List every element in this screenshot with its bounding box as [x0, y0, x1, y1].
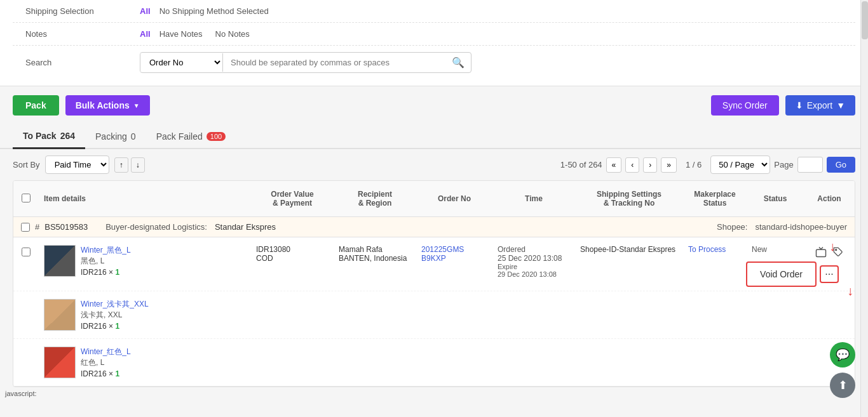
empty-r3-5	[492, 344, 575, 349]
empty-r3-8	[747, 344, 804, 349]
empty-r3-2	[251, 344, 334, 349]
scrollbar[interactable]	[860, 0, 868, 417]
time-ordered-label: Ordered	[498, 245, 570, 254]
order-no-link[interactable]: 201225GMS B9KXP	[421, 245, 464, 263]
group-prefix: #	[35, 222, 39, 232]
search-row: Search Order No 🔍	[13, 46, 855, 79]
filter-section: Shipping Selection All No Shipping Metho…	[0, 0, 868, 86]
th-marketplace: MakerplaceStatus	[683, 187, 747, 210]
empty-r3-6	[575, 344, 683, 349]
tab-to-pack-label: To Pack	[23, 131, 57, 141]
empty-8	[747, 296, 804, 301]
product-info-3: Winter_红色_L 红色, L IDR216 × 1	[81, 347, 131, 378]
table-header: Item details Order Value& Payment Recipi…	[13, 181, 855, 217]
th-order-value: Order Value& Payment	[251, 187, 334, 210]
product-name-3[interactable]: Winter_红色_L	[81, 347, 131, 357]
shipping-cell: Shopee-ID-Standar Ekspres	[575, 242, 683, 256]
tab-to-pack[interactable]: To Pack 264	[13, 124, 85, 149]
product-variant-2: 浅卡其, XXL	[81, 310, 149, 321]
order-rows: Winter_黑色_L 黑色, L IDR216 × 1 IDR13080 CO…	[13, 237, 855, 387]
have-notes-option[interactable]: Have Notes	[156, 28, 207, 40]
product-price-qty-3: IDR216 × 1	[81, 369, 131, 378]
shipping-no-method-option[interactable]: No Shipping Method Selected	[156, 5, 273, 17]
product-cell-1: Winter_黑色_L 黑色, L IDR216 × 1	[39, 242, 251, 279]
tab-pack-failed-badge: 100	[207, 132, 226, 141]
order-value-cell: IDR13080 COD	[251, 242, 334, 265]
empty-4	[416, 296, 492, 301]
sort-desc-button[interactable]: ↓	[131, 157, 145, 173]
table-row: Winter_黑色_L 黑色, L IDR216 × 1 IDR13080 CO…	[13, 237, 855, 291]
tab-pack-failed[interactable]: Pack Failed 100	[146, 125, 236, 148]
shipping-selection-label: Shipping Selection	[13, 6, 140, 16]
go-button[interactable]: Go	[827, 157, 855, 173]
empty-r3-3	[334, 344, 416, 349]
pagination-info: 1-50 of 264 « ‹ › » 1 / 6 50 / Page Page…	[560, 156, 855, 174]
void-order-popup[interactable]: Void Order	[746, 261, 817, 287]
page-input[interactable]	[797, 157, 823, 173]
product-image-1	[44, 245, 76, 277]
toolbar-right: Sync Order ⬇ Export ▼	[711, 95, 855, 116]
empty-cell-3	[13, 344, 39, 349]
time-expire-label: Expire	[498, 263, 570, 270]
group-checkbox[interactable]	[21, 223, 30, 232]
product-info-2: Winter_浅卡其_XXL 浅卡其, XXL IDR216 × 1	[81, 299, 149, 331]
sync-order-button[interactable]: Sync Order	[711, 95, 779, 116]
product-name-1[interactable]: Winter_黑色_L	[81, 245, 131, 256]
action-cube-button[interactable]	[814, 245, 828, 261]
marketplace-status-cell: To Process	[683, 242, 747, 256]
no-notes-option[interactable]: No Notes	[212, 28, 254, 40]
shipping-selection-options: All No Shipping Method Selected	[140, 5, 273, 17]
bulk-actions-label: Bulk Actions	[76, 100, 130, 110]
page-prev-button[interactable]: ‹	[625, 157, 639, 173]
scroll-top-float-button[interactable]: ⬆	[830, 373, 855, 398]
page-current: 1 / 6	[681, 160, 707, 169]
tab-packing[interactable]: Packing 0	[85, 125, 146, 148]
per-page-select[interactable]: 50 / Page	[710, 156, 770, 174]
th-order-no: Order No	[416, 192, 492, 206]
group-row: # BS5019583 Buyer-designated Logistics: …	[13, 217, 855, 237]
page-label: Page	[774, 160, 793, 169]
search-label: Search	[13, 58, 140, 67]
notes-row: Notes All Have Notes No Notes	[13, 23, 855, 46]
export-button[interactable]: ⬇ Export ▼	[785, 95, 855, 116]
arrow-to-tag-icon: ↓	[829, 239, 836, 254]
tab-to-pack-count: 264	[60, 131, 75, 141]
group-id: BS5019583	[44, 222, 88, 232]
sort-select[interactable]: Paid Time	[45, 156, 109, 174]
sort-asc-button[interactable]: ↑	[114, 157, 128, 173]
row-checkbox-cell	[13, 242, 39, 259]
bulk-actions-button[interactable]: Bulk Actions ▼	[65, 95, 150, 116]
shipping-selection-row: Shipping Selection All No Shipping Metho…	[13, 0, 855, 23]
pagination-row: Sort By Paid Time ↑ ↓ 1-50 of 264 « ‹ › …	[0, 149, 868, 180]
notes-all-tag[interactable]: All	[140, 29, 151, 39]
orders-table: Item details Order Value& Payment Recipi…	[13, 180, 855, 387]
toolbar-left: Pack Bulk Actions ▼	[13, 95, 150, 116]
arrow-to-more-icon: ↓	[847, 284, 853, 298]
search-input[interactable]	[223, 54, 445, 71]
group-shopee-value: standard-idshopee-buyer	[755, 222, 847, 232]
th-status: Status	[747, 192, 804, 206]
th-recipient: Recipient& Region	[334, 187, 416, 210]
page-last-button[interactable]: »	[661, 157, 677, 173]
payment-type: COD	[256, 254, 329, 263]
select-all-checkbox[interactable]	[22, 194, 31, 202]
shipping-text: Shopee-ID-Standar Ekspres	[580, 245, 678, 254]
float-buttons: 💬 ⬆	[830, 342, 855, 398]
tab-pack-failed-label: Pack Failed	[156, 131, 203, 142]
chat-float-button[interactable]: 💬	[830, 342, 855, 367]
pack-button[interactable]: Pack	[13, 95, 59, 116]
row-checkbox[interactable]	[22, 248, 31, 256]
empty-cell-2	[13, 296, 39, 301]
recipient-name: Mamah Rafa	[339, 245, 411, 254]
product-name-2[interactable]: Winter_浅卡其_XXL	[81, 299, 149, 310]
search-button[interactable]: 🔍	[445, 53, 471, 72]
shipping-all-tag[interactable]: All	[140, 6, 151, 16]
void-order-label: Void Order	[760, 269, 803, 279]
page-first-button[interactable]: «	[606, 157, 622, 173]
search-type-select[interactable]: Order No	[140, 53, 223, 72]
svg-rect-0	[817, 249, 826, 256]
th-action: Action	[804, 192, 855, 206]
page-next-button[interactable]: ›	[643, 157, 657, 173]
action-more-button[interactable]: ···	[820, 265, 838, 283]
empty-2	[251, 296, 334, 301]
